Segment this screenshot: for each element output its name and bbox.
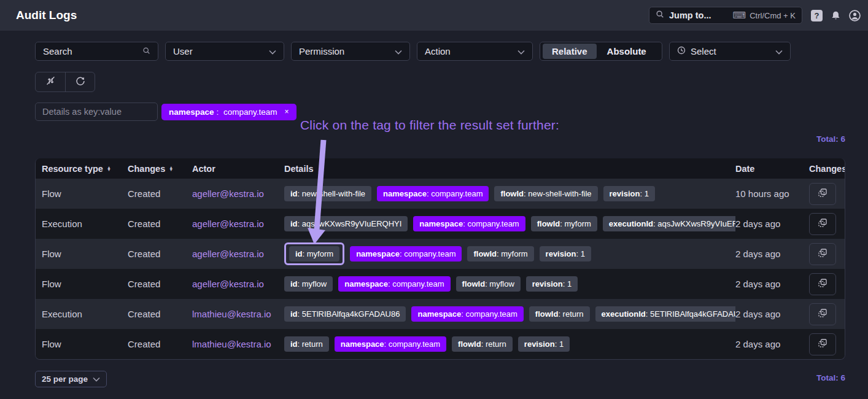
actor-cell: ageller@kestra.io [192,219,284,229]
detail-tag-flowId[interactable]: flowId: myform [531,216,597,231]
tag-value: company.team [223,107,277,117]
detail-tag-executionId[interactable]: executionId: 5ETlRIBAlfqa4kGFADAU86 [595,306,735,322]
detail-tag-id[interactable]: id: myform [289,246,339,261]
changes-action-cell [809,303,845,325]
detail-tag-id[interactable]: id: aqsJwKXwsR9yVIuERQHYI [284,216,408,231]
total-count-top: Total: 6 [816,134,845,144]
detail-tag-revision[interactable]: revision: 1 [540,246,591,261]
detail-tag-id[interactable]: id: 5ETlRIBAlfqa4kGFADAU86 [284,306,406,322]
date-cell: 2 days ago [735,279,809,289]
time-mode-toggle: Relative Absolute [540,42,662,61]
header-label: Date [735,164,754,174]
header-changes-action: Changes [809,164,845,174]
detail-tag-namespace[interactable]: namespace: company.team [413,216,525,231]
detail-tag-namespace[interactable]: namespace: company.team [350,246,462,261]
detail-tag-namespace[interactable]: namespace: company.team [335,336,446,352]
search-input[interactable]: Search [35,42,158,61]
actor-link[interactable]: ageller@kestra.io [192,188,264,199]
refresh-button[interactable] [65,72,95,91]
relative-toggle-button[interactable]: Relative [543,44,597,59]
actor-link[interactable]: lmathieu@kestra.io [192,339,271,349]
view-changes-button[interactable] [809,183,836,205]
per-page-select[interactable]: 25 per page [35,371,107,387]
auto-refresh-off-button[interactable] [36,72,65,91]
total-count-bottom: Total: 6 [816,373,845,382]
detail-tag-id[interactable]: id: new-shell-with-file [284,186,371,201]
table-row[interactable]: FlowCreatedageller@kestra.ioid: myformna… [36,239,845,269]
header-resource-type[interactable]: Resource type ▲▼ [42,164,128,174]
details-cell: id: myflownamespace: company.teamflowId:… [284,276,735,292]
detail-tag-revision[interactable]: revision: 1 [603,186,655,201]
jump-to-search[interactable]: Jump to... ⌨ Ctrl/Cmd + K [649,7,802,24]
close-icon[interactable]: × [285,107,289,116]
account-avatar-icon[interactable] [849,10,861,21]
view-changes-button[interactable] [809,303,836,325]
notifications-bell-icon[interactable] [831,10,841,21]
changes-action-cell [809,243,845,265]
header-label: Details [284,164,314,174]
view-changes-button[interactable] [809,243,836,265]
detail-tag-namespace[interactable]: namespace: company.team [338,276,450,292]
keyboard-icon: ⌨ [733,10,746,21]
detail-tag-revision[interactable]: revision: 1 [518,336,570,352]
header-changes[interactable]: Changes ▲▼ [128,164,192,174]
detail-tag-id[interactable]: id: return [284,336,329,352]
help-icon[interactable]: ? [811,10,823,21]
chevron-down-icon [93,374,100,384]
view-changes-button[interactable] [809,273,836,295]
change-type-cell: Created [128,339,192,349]
details-cell: id: aqsJwKXwsR9yVIuERQHYInamespace: comp… [284,216,735,231]
change-type-cell: Created [128,279,192,289]
absolute-toggle-button[interactable]: Absolute [598,44,656,59]
actor-link[interactable]: lmathieu@kestra.io [192,309,271,319]
diff-icon [817,308,828,320]
table-row[interactable]: FlowCreatedageller@kestra.ioid: myflowna… [36,269,845,299]
view-changes-button[interactable] [809,333,836,355]
header-label: Changes [128,164,165,174]
changes-action-cell [809,333,845,355]
table-toolbar [35,72,95,92]
diff-icon [817,277,828,290]
permission-filter-dropdown[interactable]: Permission [291,42,410,61]
detail-tag-namespace[interactable]: namespace: company.team [411,306,523,322]
view-changes-button[interactable] [809,213,836,235]
chevron-down-icon [775,46,783,56]
detail-tag-executionId[interactable]: executionId: aqsJwKXwsR9yVIuERQHYI [603,216,735,231]
actor-link[interactable]: ageller@kestra.io [192,279,264,289]
diff-icon [817,187,828,200]
table-row[interactable]: FlowCreatedlmathieu@kestra.ioid: returnn… [36,329,845,359]
clock-icon [677,46,686,56]
refresh-icon [76,76,85,88]
detail-tag-flowId[interactable]: flowId: return [452,336,513,352]
tag-separator: : [217,107,222,117]
details-keyvalue-input[interactable] [35,103,158,121]
detail-tag-flowId[interactable]: flowId: new-shell-with-file [494,186,597,201]
detail-tag-id[interactable]: id: myflow [284,276,333,292]
table-row[interactable]: FlowCreatedageller@kestra.ioid: new-shel… [36,179,845,209]
date-cell: 2 days ago [735,339,809,349]
jump-to-placeholder: Jump to... [669,10,711,20]
detail-tag-flowId[interactable]: flowId: myform [467,246,533,261]
detail-tag-revision[interactable]: revision: 1 [526,276,578,292]
actor-link[interactable]: ageller@kestra.io [192,219,264,229]
details-filter-row: namespace: company.team × [35,103,296,121]
change-type-cell: Created [128,309,192,319]
time-range-select[interactable]: Select [669,42,791,61]
date-cell: 10 hours ago [735,188,809,199]
table-row[interactable]: ExecutionCreatedageller@kestra.ioid: aqs… [36,209,845,239]
detail-tag-flowId[interactable]: flowId: myflow [456,276,521,292]
date-cell: 2 days ago [735,249,809,259]
table-header-row: Resource type ▲▼ Changes ▲▼ Actor Detail… [36,158,845,179]
table-row[interactable]: ExecutionCreatedlmathieu@kestra.ioid: 5E… [36,299,845,329]
namespace-filter-tag[interactable]: namespace: company.team × [161,104,296,120]
resource-type-cell: Flow [42,279,128,289]
actor-link[interactable]: ageller@kestra.io [192,249,264,259]
user-filter-dropdown[interactable]: User [165,42,284,61]
detail-tag-flowId[interactable]: flowId: return [529,306,590,322]
action-filter-dropdown[interactable]: Action [417,42,533,61]
resource-type-cell: Execution [42,219,128,229]
detail-tag-namespace[interactable]: namespace: company.team [377,186,489,201]
details-cell: id: new-shell-with-filenamespace: compan… [284,186,735,201]
annotation-caption: Click on the tag to filter the result se… [300,118,559,133]
changes-action-cell [809,183,845,205]
